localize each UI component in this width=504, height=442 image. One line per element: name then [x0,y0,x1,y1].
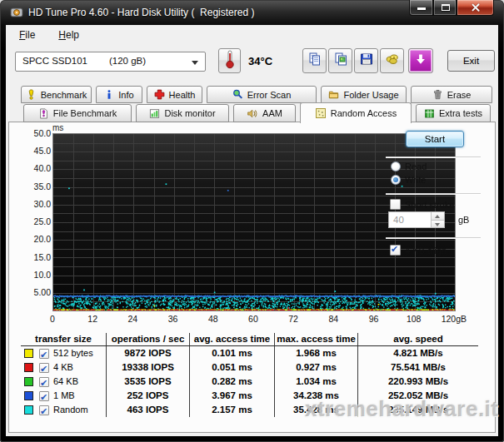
x-tick-label: 48 [197,314,230,324]
x-tick-label: 36 [157,314,190,324]
tab-label: Health [169,90,196,100]
avg-speed-cell: 235.149 MB/s [358,403,478,417]
series-label: 1 MB [53,389,75,403]
series-checkbox[interactable] [39,377,49,387]
align-checkbox[interactable] [390,245,401,256]
tab-benchmark[interactable]: Benchmark [21,86,92,103]
series-checkbox[interactable] [39,363,49,373]
exit-button[interactable]: Exit [447,50,495,72]
y-axis-labels: 50.045.040.035.030.025.020.015.010.05.00 [21,128,51,297]
copy-image-button[interactable] [328,48,352,73]
tab-label: Random Access [331,108,397,118]
hd-tune-window: HD Tune Pro 4.60 - Hard Disk Utility ( R… [0,0,504,442]
x-tick-label: 12 [76,314,109,324]
series-label: 4 KB [53,360,73,375]
tab-file-benchmark[interactable]: File Benchmark [23,104,132,122]
tab-row-1: Benchmark Info Health Error Scan Folder … [21,86,492,103]
tab-random-access[interactable]: Random Access [300,102,412,123]
drive-selector[interactable]: SPCC SSD101 (120 gB) [15,52,206,72]
table-row: Random 463 IOPS 2.157 ms 35.428 ms 235.1… [21,403,478,417]
transfer-size-cell: 1 MB [21,389,107,403]
separator [386,193,481,194]
short-stroke-label: Short stroke [405,200,454,210]
tab-aam[interactable]: AAM [233,104,296,122]
avg-access-cell: 2.157 ms [190,403,275,417]
y-tick-label: 30.0 [21,199,51,209]
folder-icon [328,89,339,100]
x-tick-label: 24 [116,314,149,324]
x-tick-label: 120gB [437,314,471,324]
speaker-icon [247,108,258,119]
minimize-button[interactable] [409,0,433,16]
avg-access-cell: 0.051 ms [190,360,275,375]
tab-folder-usage[interactable]: Folder Usage [321,86,407,103]
series-checkbox[interactable] [39,391,49,401]
y-tick-label: 10.0 [21,270,51,280]
avg-access-cell: 3.967 ms [190,389,275,403]
y-tick-label: 40.0 [21,163,51,173]
menu-file[interactable]: File [13,27,41,42]
maximize-button[interactable] [433,0,457,16]
tab-health[interactable]: Health [147,86,202,103]
options-button[interactable] [380,48,404,73]
tab-disk-monitor[interactable]: Disk monitor [136,104,229,122]
table-row: 1 MB 252 IOPS 3.967 ms 34.238 ms 252.052… [21,389,478,403]
short-stroke-size-input[interactable]: 40 [388,211,445,228]
series-checkbox[interactable] [39,349,49,359]
window-title: HD Tune Pro 4.60 - Hard Disk Utility ( R… [28,7,254,18]
titlebar: HD Tune Pro 4.60 - Hard Disk Utility ( R… [0,0,504,25]
drive-name: SPCC SSD101 [22,56,87,66]
start-button[interactable]: Start [406,131,464,147]
iops-cell: 463 IOPS [107,403,190,417]
spin-up-button[interactable] [432,212,444,221]
align-label: 4 KB align [405,246,447,256]
save-button[interactable] [354,48,378,73]
tab-extra-tests[interactable]: Extra tests [416,104,491,122]
tab-label: Benchmark [41,90,87,100]
y-tick-label: 35.0 [21,181,51,191]
tab-info[interactable]: Info [96,86,142,103]
results-table: transfer size operations / sec avg. acce… [21,333,478,417]
tab-label: Disk monitor [164,108,215,118]
temperature-button[interactable] [218,48,241,73]
read-radio[interactable] [391,161,401,171]
short-stroke-option[interactable]: Short stroke [390,199,454,210]
tab-label: Info [118,90,133,100]
column-header: transfer size [21,333,107,345]
y-tick-label: 45.0 [21,146,51,156]
write-radio[interactable] [391,175,401,185]
spin-down-button[interactable] [432,221,444,228]
avg-speed-cell: 4.821 MB/s [358,346,478,360]
thermometer-icon [224,49,236,72]
extra-tests-icon [424,108,435,119]
avg-speed-cell: 252.052 MB/s [358,389,478,403]
capture-button[interactable] [408,48,433,73]
close-button[interactable] [457,0,494,16]
read-label: Read [405,161,427,171]
series-checkbox[interactable] [39,405,49,415]
avg-speed-cell: 75.541 MB/s [358,360,478,375]
y-tick-label: 20.0 [21,234,51,244]
save-icon [359,52,374,70]
close-icon [472,3,480,12]
tab-label: Erase [447,90,472,100]
copy-button[interactable] [302,48,327,73]
tab-error-scan[interactable]: Error Scan [207,86,317,103]
column-header: operations / sec [107,333,190,345]
y-axis-unit: ms [52,123,63,132]
x-tick-label: 72 [277,314,310,324]
align-option[interactable]: 4 KB align [390,245,447,256]
write-option[interactable]: Write [391,175,426,185]
transfer-size-cell: 4 KB [21,360,107,375]
info-icon [104,89,114,100]
series-color-swatch [24,363,33,372]
y-tick-label: 50.0 [21,128,51,138]
short-stroke-checkbox[interactable] [390,199,401,210]
x-axis-labels: 01224364860728496108120gB [36,314,471,324]
options-icon [385,52,400,70]
client-area: File Help SPCC SSD101 (120 gB) 34°C [6,25,498,436]
menu-help[interactable]: Help [52,27,85,42]
table-header: transfer size operations / sec avg. acce… [21,333,478,346]
tab-erase[interactable]: Erase [411,86,492,103]
read-option[interactable]: Read [391,161,427,171]
